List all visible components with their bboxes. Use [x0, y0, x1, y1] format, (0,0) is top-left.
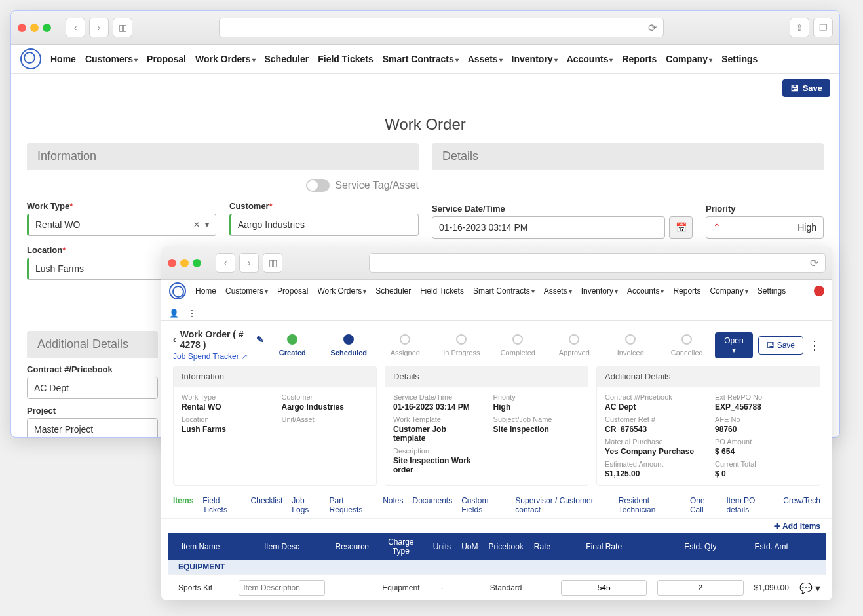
minimize-icon[interactable]: [180, 259, 189, 267]
clear-icon[interactable]: ✕: [193, 220, 200, 229]
sidebar-button[interactable]: ▥: [113, 18, 132, 37]
forward-button[interactable]: ›: [89, 18, 109, 37]
priority-select[interactable]: ⌃High: [706, 216, 824, 239]
item-desc-input[interactable]: [239, 580, 324, 596]
stage-in-progress[interactable]: In Progress: [433, 334, 489, 356]
contract-input[interactable]: AC Dept: [27, 377, 158, 399]
save-button-2[interactable]: 🖫Save: [758, 336, 803, 355]
back-button[interactable]: ‹: [216, 253, 235, 273]
edit-icon[interactable]: ✎: [256, 334, 264, 345]
nav-reports[interactable]: Reports: [673, 286, 700, 296]
nav-assets[interactable]: Assets: [468, 54, 503, 64]
chevron-down-icon[interactable]: ▾: [205, 220, 209, 229]
work-type-select[interactable]: Rental WO✕▾: [27, 214, 216, 236]
notification-bell-icon[interactable]: [814, 286, 824, 296]
customer-label: Customer*: [229, 201, 419, 211]
tab-custom-fields[interactable]: Custom Fields: [461, 496, 506, 514]
tab-resident-technician[interactable]: Resident Technician: [619, 496, 681, 514]
nav-home[interactable]: Home: [195, 286, 216, 296]
service-date-input[interactable]: 01-16-2023 03:14 PM: [432, 216, 665, 239]
nav-assets[interactable]: Assets: [544, 286, 572, 296]
main-nav: Home Customers Proposal Work Orders Sche…: [11, 45, 839, 74]
stage-approved[interactable]: Approved: [546, 334, 602, 356]
nav-smart-contracts[interactable]: Smart Contracts: [473, 286, 535, 296]
sidebar-button[interactable]: ▥: [263, 253, 282, 273]
save-button[interactable]: 🖫Save: [782, 79, 830, 97]
stage-completed[interactable]: Completed: [489, 334, 546, 356]
kv-pair: Work TypeRental WO: [182, 393, 269, 412]
minimize-icon[interactable]: [30, 24, 39, 32]
tab-checklist[interactable]: Checklist: [251, 496, 283, 514]
user-avatar-icon[interactable]: 👤: [169, 309, 179, 318]
nav-customers[interactable]: Customers: [85, 54, 138, 64]
tab-item-po-details[interactable]: Item PO details: [726, 496, 774, 514]
maximize-icon[interactable]: [193, 259, 201, 267]
share-button[interactable]: ⇪: [790, 18, 809, 37]
back-chevron-icon[interactable]: ‹: [173, 334, 176, 345]
nav-company[interactable]: Company: [710, 286, 748, 296]
nav-inventory[interactable]: Inventory: [581, 286, 618, 296]
tabs-button[interactable]: ❐: [813, 18, 833, 37]
job-spend-tracker-link[interactable]: Job Spend Tracker ↗: [173, 352, 248, 361]
open-button[interactable]: Open ▾: [715, 332, 752, 358]
address-bar[interactable]: ⟳: [219, 18, 664, 37]
tab-supervisor-customer-contact[interactable]: Supervisor / Customer contact: [515, 496, 609, 514]
nav-reports[interactable]: Reports: [622, 54, 657, 64]
comment-icon[interactable]: 💬: [799, 582, 813, 594]
reload-icon[interactable]: ⟳: [648, 22, 657, 34]
tab-items[interactable]: Items: [173, 496, 193, 514]
nav-settings[interactable]: Settings: [758, 286, 786, 296]
tab-notes[interactable]: Notes: [383, 496, 403, 514]
tab-part-requests[interactable]: Part Requests: [330, 496, 374, 514]
nav-accounts[interactable]: Accounts: [567, 54, 613, 64]
rate-input[interactable]: [561, 580, 647, 596]
nav-proposal[interactable]: Proposal: [277, 286, 308, 296]
kebab-menu-icon[interactable]: ⋮: [809, 338, 820, 353]
nav-proposal[interactable]: Proposal: [147, 54, 186, 64]
tab-crew-tech[interactable]: Crew/Tech: [783, 496, 820, 514]
back-button[interactable]: ‹: [66, 18, 85, 37]
service-tag-toggle[interactable]: [306, 179, 330, 192]
nav-home[interactable]: Home: [50, 54, 76, 64]
stage-created[interactable]: Created: [264, 334, 320, 356]
add-items-button[interactable]: ✚ Add items: [774, 522, 820, 531]
tab-job-logs[interactable]: Job Logs: [292, 496, 320, 514]
address-bar[interactable]: ⟳: [369, 253, 826, 273]
maximize-icon[interactable]: [43, 24, 51, 32]
qty-input[interactable]: [657, 580, 743, 596]
nav-smart-contracts[interactable]: Smart Contracts: [383, 54, 459, 64]
forward-button[interactable]: ›: [239, 253, 259, 273]
breadcrumb: Work Order ( # 4278 ): [180, 329, 253, 350]
nav-work-orders[interactable]: Work Orders: [195, 54, 256, 64]
contract-label: Contract #/Pricebook: [27, 364, 158, 374]
nav-company[interactable]: Company: [666, 54, 712, 64]
close-icon[interactable]: [18, 24, 26, 32]
nav-field-tickets[interactable]: Field Tickets: [318, 54, 374, 64]
customer-input[interactable]: Aargo Industries: [229, 214, 419, 236]
nav-scheduler[interactable]: Scheduler: [265, 54, 309, 64]
close-icon[interactable]: [168, 259, 176, 267]
nav-scheduler[interactable]: Scheduler: [375, 286, 411, 296]
nav-inventory[interactable]: Inventory: [512, 54, 558, 64]
items-tabs: ItemsField TicketsChecklistJob LogsPart …: [161, 492, 832, 519]
nav-work-orders[interactable]: Work Orders: [317, 286, 366, 296]
nav-field-tickets[interactable]: Field Tickets: [420, 286, 464, 296]
nav-customers[interactable]: Customers: [225, 286, 268, 296]
nav-settings[interactable]: Settings: [721, 54, 758, 64]
menu-icon[interactable]: ⋮: [188, 309, 196, 318]
kv-pair: Contract #/PricebookAC Dept: [605, 393, 702, 412]
nav-accounts[interactable]: Accounts: [627, 286, 664, 296]
tab-documents[interactable]: Documents: [412, 496, 452, 514]
stage-invoiced[interactable]: Invoiced: [602, 334, 659, 356]
calendar-button[interactable]: 📅: [669, 216, 693, 239]
stage-assigned[interactable]: Assigned: [377, 334, 433, 356]
stage-scheduled[interactable]: Scheduled: [320, 334, 377, 356]
project-input[interactable]: Master Project: [27, 418, 158, 438]
reload-icon[interactable]: ⟳: [810, 257, 818, 269]
tab-field-tickets[interactable]: Field Tickets: [202, 496, 241, 514]
stage-cancelled[interactable]: Cancelled: [659, 334, 715, 356]
tab-one-call[interactable]: One Call: [690, 496, 717, 514]
save-icon: 🖫: [767, 341, 775, 350]
chevron-down-icon[interactable]: ▾: [815, 582, 820, 594]
col-header: [794, 533, 826, 560]
